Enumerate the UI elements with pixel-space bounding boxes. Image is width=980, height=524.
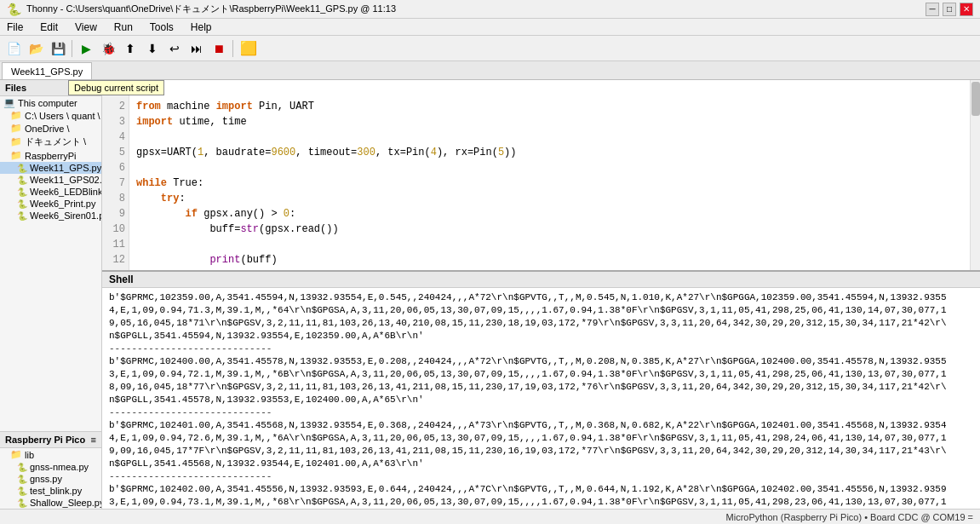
menu-run[interactable]: Run [111, 21, 136, 33]
py-icon-shallow-sleep: 🐍 [17, 498, 27, 508]
debug-tooltip: Debug current script [68, 80, 164, 95]
tab-label: Week11_GPS.py [11, 66, 83, 77]
tree-week6-print[interactable]: 🐍 Week6_Print.py [0, 198, 101, 210]
py-icon-ledblink: 🐍 [17, 187, 27, 197]
sidebar: Files ≡ 💻 This computer 📁 C:\ Users \ qu… [0, 80, 102, 509]
menu-view[interactable]: View [72, 21, 100, 33]
tab-week11-gps[interactable]: Week11_GPS.py [2, 62, 92, 79]
status-bar: MicroPython (Raspberry Pi Pico) • Board … [0, 509, 980, 524]
tree-shallow-sleep[interactable]: 🐍 Shallow_Sleep.py [0, 497, 101, 509]
minimize-button[interactable]: ─ [926, 3, 939, 16]
save-file-button[interactable]: 💾 [48, 38, 68, 59]
shell-header: Shell [102, 272, 980, 288]
step-over-button[interactable]: ⬆ [120, 38, 140, 59]
folder-icon-docs: 📁 [10, 136, 22, 147]
tree-test-blink[interactable]: 🐍 test_blink.py [0, 485, 101, 497]
editor-area[interactable]: 12345 678910 1112131415 from machine imp… [102, 80, 980, 270]
tree-gnss[interactable]: 🐍 gnss.py [0, 473, 101, 485]
tree-documents[interactable]: 📁 ドキュメント \ [0, 135, 101, 149]
title-bar-left: 🐍 Thonny - C:\Users\quant\OneDrive\ドキュメン… [7, 3, 396, 16]
py-icon-week11: 🐍 [17, 164, 27, 173]
title-bar: 🐍 Thonny - C:\Users\quant\OneDrive\ドキュメン… [0, 0, 980, 19]
stop-button[interactable]: ⏹ [209, 38, 229, 59]
pico-header[interactable]: Raspberry Pi Pico ≡ [0, 432, 101, 448]
editor-scrollbar[interactable] [970, 80, 980, 270]
line-numbers: 12345 678910 1112131415 [102, 80, 129, 270]
file-tree: 💻 This computer 📁 C:\ Users \ quant \ 📁 … [0, 96, 101, 431]
step-out-button[interactable]: ↩ [164, 38, 185, 59]
title-controls[interactable]: ─ □ ✕ [926, 3, 973, 16]
tree-c-drive[interactable]: 📁 C:\ Users \ quant \ [0, 109, 101, 122]
py-icon-week11-02: 🐍 [17, 176, 27, 185]
folder-icon-rpi: 📁 [10, 150, 22, 161]
new-file-button[interactable]: 📄 [3, 38, 24, 59]
tree-onedrive[interactable]: 📁 OneDrive \ [0, 122, 101, 135]
folder-icon-lib: 📁 [10, 449, 22, 460]
flag-icon: 🟨 [240, 40, 257, 56]
tree-this-computer[interactable]: 💻 This computer [0, 96, 101, 109]
app-icon: 🐍 [7, 3, 21, 16]
close-button[interactable]: ✕ [960, 3, 973, 16]
menu-tools[interactable]: Tools [146, 21, 177, 33]
toolbar-sep-1 [72, 40, 72, 57]
run-button[interactable]: ▶ [76, 38, 96, 59]
menu-file[interactable]: File [3, 21, 26, 33]
pico-collapse-icon: ≡ [91, 435, 96, 445]
shell-content[interactable]: b'$GPRMС,102359.00,A,3541.45594,N,13932.… [102, 288, 980, 509]
menu-help[interactable]: Help [187, 21, 215, 33]
tree-week6-siren[interactable]: 🐍 Week6_Siren01.py [0, 210, 101, 222]
main-area: Files ≡ 💻 This computer 📁 C:\ Users \ qu… [0, 80, 980, 509]
toolbar: 📄 📂 💾 ▶ 🐞 ⬆ ⬇ ↩ ⏭ ⏹ 🟨 Debug current scri… [0, 36, 980, 61]
py-icon-gnss: 🐍 [17, 475, 27, 484]
window-title: Thonny - C:\Users\quant\OneDrive\ドキュメント\… [26, 3, 396, 15]
pico-tree: 📁 lib 🐍 gnss-nmea.py 🐍 gnss.py 🐍 test_bl… [0, 448, 101, 509]
shell-area: Shell b'$GPRMС,102359.00,A,3541.45594,N,… [102, 270, 980, 509]
py-icon-gnss-nmea: 🐍 [17, 463, 27, 472]
py-icon-print: 🐍 [17, 199, 27, 209]
toolbar-sep-2 [232, 40, 233, 57]
tree-week11-gps02[interactable]: 🐍 Week11_GPS02.py [0, 174, 101, 186]
computer-icon: 💻 [3, 97, 15, 108]
code-container: 12345 678910 1112131415 from machine imp… [102, 80, 980, 270]
maximize-button[interactable]: □ [943, 3, 956, 16]
folder-icon-onedrive: 📁 [10, 123, 22, 134]
files-label: Files [5, 83, 26, 93]
tab-bar: Week11_GPS.py [0, 61, 980, 80]
right-panel: 12345 678910 1112131415 from machine imp… [102, 80, 980, 509]
debug-button[interactable]: 🐞 [98, 38, 118, 59]
status-text: MicroPython (Raspberry Pi Pico) • Board … [726, 512, 973, 522]
tree-lib[interactable]: 📁 lib [0, 448, 101, 461]
step-into-button[interactable]: ⬇ [142, 38, 163, 59]
shell-label: Shell [109, 274, 134, 285]
tree-gnss-nmea[interactable]: 🐍 gnss-nmea.py [0, 461, 101, 473]
tree-week11-gps[interactable]: 🐍 Week11_GPS.py [0, 162, 101, 174]
tree-week6-ledblink[interactable]: 🐍 Week6_LEDBlink.py [0, 186, 101, 198]
pico-label: Raspberry Pi Pico [5, 435, 85, 445]
pico-section: Raspberry Pi Pico ≡ 📁 lib 🐍 gnss-nmea.py… [0, 431, 101, 509]
py-icon-siren: 🐍 [17, 211, 27, 221]
resume-button[interactable]: ⏭ [186, 38, 207, 59]
menu-bar: File Edit View Run Tools Help [0, 19, 980, 36]
open-file-button[interactable]: 📂 [26, 38, 46, 59]
tree-raspberrypi-folder[interactable]: 📁 RaspberryPi [0, 149, 101, 162]
code-editor[interactable]: from machine import Pin, UART import uti… [129, 80, 970, 270]
menu-edit[interactable]: Edit [37, 21, 61, 33]
folder-icon-c: 📁 [10, 110, 22, 121]
py-icon-test-blink: 🐍 [17, 487, 27, 496]
